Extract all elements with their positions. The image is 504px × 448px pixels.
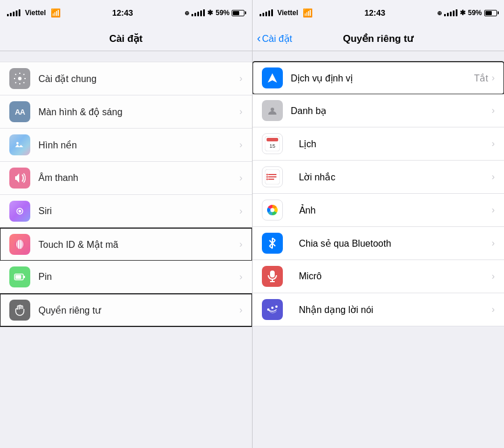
settings-row-reminders[interactable]: Lời nhắc ›: [253, 161, 505, 194]
svg-rect-6: [23, 276, 25, 278]
settings-row-sounds[interactable]: Âm thanh ›: [0, 162, 252, 195]
battery-icon-setting: [9, 266, 30, 287]
right-location-icon: ⊕: [437, 10, 442, 16]
settings-row-photos[interactable]: Ảnh ›: [253, 194, 505, 227]
siri-icon: [9, 201, 30, 222]
contacts-chevron: ›: [492, 105, 495, 116]
speech-chevron: ›: [492, 304, 495, 315]
bluetooth-icon: [262, 233, 283, 254]
svg-point-1: [16, 142, 19, 144]
svg-point-26: [271, 307, 274, 309]
photos-label: Ảnh: [299, 205, 492, 216]
svg-rect-22: [270, 271, 275, 278]
siri-chevron: ›: [239, 206, 242, 216]
battery-label: Pin: [38, 272, 239, 282]
right-nav-title: Quyền riêng tư: [343, 33, 413, 45]
back-button[interactable]: ‹ Cài đặt: [257, 32, 292, 45]
reminders-label: Lời nhắc: [299, 172, 492, 183]
touchid-label: Touch ID & Mật mã: [38, 239, 239, 250]
settings-row-bluetooth[interactable]: Chia sẻ qua Bluetooth ›: [253, 227, 505, 260]
svg-text:15: 15: [269, 143, 275, 149]
settings-row-microphone[interactable]: Micrô ›: [253, 260, 505, 293]
svg-point-21: [270, 208, 274, 212]
left-time: 12:43: [112, 8, 133, 17]
settings-row-wallpaper[interactable]: Hình nền ›: [0, 129, 252, 162]
main-content: Cài đặt chung › AA Màn hình & độ sáng › …: [0, 51, 504, 448]
settings-row-privacy[interactable]: Quyền riêng tư ›: [0, 294, 252, 326]
photos-chevron: ›: [492, 205, 495, 215]
svg-point-27: [275, 305, 278, 308]
settings-row-touchid[interactable]: Touch ID & Mật mã ›: [0, 228, 252, 261]
settings-row-siri[interactable]: Siri ›: [0, 195, 252, 228]
settings-row-battery[interactable]: Pin ›: [0, 261, 252, 294]
reminders-icon: [262, 166, 283, 187]
right-signal-2-icon: [444, 9, 457, 16]
signal-2-icon: [191, 9, 205, 16]
bluetooth-status-icon: ✱: [207, 9, 213, 17]
right-wifi-icon: 📶: [303, 8, 313, 17]
sounds-icon: [9, 168, 30, 189]
left-nav-bar: Cài đặt: [0, 26, 252, 51]
bluetooth-label: Chia sẻ qua Bluetooth: [299, 238, 492, 249]
privacy-chevron: ›: [239, 305, 242, 315]
sounds-chevron: ›: [239, 173, 242, 183]
location-icon: [262, 67, 283, 88]
contacts-icon: [262, 100, 283, 121]
settings-row-calendar[interactable]: 15 Lịch ›: [253, 127, 505, 161]
sounds-label: Âm thanh: [38, 173, 239, 183]
battery-icon-left: [232, 10, 244, 16]
speech-icon: [262, 299, 283, 320]
speech-label: Nhận dạng lời nói: [299, 304, 492, 315]
svg-point-3: [19, 210, 22, 213]
right-status-left: Viettel 📶: [260, 8, 313, 17]
privacy-icon: [9, 300, 30, 321]
contacts-label: Danh bạ: [291, 105, 492, 116]
left-status-bar: Viettel 📶 12:43 ⊕ ✱ 59%: [0, 0, 252, 26]
wifi-icon: 📶: [51, 8, 61, 17]
right-status-right: ⊕ ✱ 59%: [437, 9, 497, 17]
photos-icon: [262, 200, 283, 221]
location-value: Tắt: [474, 73, 488, 84]
status-bars: Viettel 📶 12:43 ⊕ ✱ 59%: [0, 0, 504, 26]
left-carrier-label: Viettel: [25, 9, 46, 17]
battery-chevron: ›: [239, 272, 242, 282]
general-label: Cài đặt chung: [38, 73, 239, 84]
left-status-left: Viettel 📶: [7, 8, 61, 17]
location-chevron: ›: [492, 73, 495, 83]
calendar-chevron: ›: [492, 138, 495, 149]
signal-strength-icon: [7, 9, 20, 16]
back-label: Cài đặt: [262, 33, 292, 44]
display-icon: AA: [9, 101, 30, 122]
settings-row-display[interactable]: AA Màn hình & độ sáng ›: [0, 95, 252, 129]
right-carrier-label: Viettel: [278, 9, 299, 17]
right-time: 12:43: [364, 8, 385, 17]
general-chevron: ›: [239, 73, 242, 84]
microphone-label: Micrô: [299, 271, 492, 282]
left-nav-title: Cài đặt: [109, 33, 143, 45]
right-nav-bar: ‹ Cài đặt Quyền riêng tư: [253, 26, 505, 51]
settings-row-location[interactable]: Dịch vụ định vị Tắt ›: [253, 62, 505, 94]
privacy-label: Quyền riêng tư: [38, 305, 239, 316]
svg-point-19: [266, 179, 268, 180]
wallpaper-chevron: ›: [239, 140, 242, 150]
wallpaper-icon: [9, 134, 30, 155]
back-arrow-icon: ‹: [257, 31, 261, 45]
location-label: Dịch vụ định vị: [291, 73, 474, 84]
settings-row-speech[interactable]: Nhận dạng lời nói ›: [253, 293, 505, 326]
battery-percent-right: 59%: [468, 9, 482, 17]
settings-row-general[interactable]: Cài đặt chung ›: [0, 62, 252, 95]
svg-point-9: [271, 108, 274, 111]
right-status-bar: Viettel 📶 12:43 ⊕ ✱ 59%: [253, 0, 505, 26]
nav-bars: Cài đặt ‹ Cài đặt Quyền riêng tư: [0, 26, 504, 51]
svg-point-0: [18, 77, 22, 80]
bluetooth-chevron: ›: [492, 238, 495, 248]
battery-icon-right: [484, 10, 497, 16]
settings-row-contacts[interactable]: Danh bạ ›: [253, 94, 505, 127]
privacy-settings-list: Dịch vụ định vị Tắt › Danh bạ ›: [253, 62, 505, 326]
display-chevron: ›: [239, 106, 242, 117]
display-label: Màn hình & độ sáng: [38, 106, 239, 118]
svg-rect-7: [16, 275, 22, 279]
right-bluetooth-icon: ✱: [460, 9, 466, 17]
svg-point-17: [266, 174, 268, 176]
general-icon: [9, 68, 30, 89]
